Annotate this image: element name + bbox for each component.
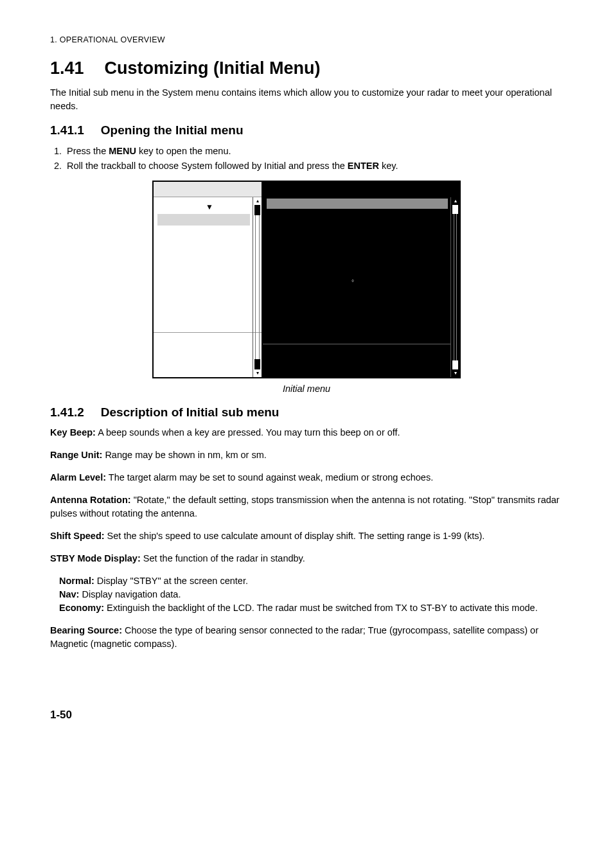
menu-screenshot: ▼ ▴ ▾ [152,181,461,378]
desc-alarm-level: Alarm Level: The target alarm may be set… [50,471,563,484]
key-name-menu: MENU [109,146,136,156]
scroll-thumb [452,205,458,214]
desc-key-beep: Key Beep: A beep sounds when a key are p… [50,426,563,439]
menu-row [268,266,456,277]
section-number: 1.41 [50,58,84,78]
desc-shift-speed: Shift Speed: Set the ship's speed to use… [50,529,563,543]
desc-label: Key Beep: [50,427,96,438]
step-1: Press the MENU key to open the menu. [64,144,563,158]
menu-right-highlight [267,199,448,209]
key-name-enter: ENTER [348,161,379,171]
figure-initial-menu: ▼ ▴ ▾ [50,181,563,378]
menu-right-title [264,182,459,197]
scroll-thumb [452,360,458,369]
step-text: Roll the trackball to choose System foll… [67,161,348,171]
stby-normal: Normal: Display "STBY" at the screen cen… [59,574,563,588]
sub-text: Extinguish the backlight of the LCD. The… [104,603,538,613]
scroll-thumb [254,205,260,215]
desc-label: Antenna Rotation: [50,495,131,505]
desc-range-unit: Range Unit: Range may be shown in nm, km… [50,448,563,462]
stby-sub-options: Normal: Display "STBY" at the screen cen… [59,574,563,615]
scrollbar-right: ▴ ▾ [450,197,459,377]
sub-label: Nav: [59,589,79,599]
scrollbar-left: ▴ ▾ [253,197,262,377]
scroll-up-icon: ▴ [451,197,459,205]
desc-antenna-rotation: Antenna Rotation: "Rotate," the default … [50,493,563,520]
menu-right-pane: ° ▴ ▾ [263,182,459,377]
subsection-title: Description of Initial sub menu [101,405,280,419]
menu-row [268,255,456,266]
step-text: key. [379,161,398,171]
menu-row [268,288,456,299]
menu-left-title-bar [154,182,262,197]
section-heading-1: 1.41Customizing (Initial Menu) [50,58,563,78]
menu-left-lower [154,332,262,377]
steps-list: Press the MENU key to open the menu. Rol… [50,144,563,173]
desc-label: Bearing Source: [50,625,122,635]
menu-row [268,222,456,233]
menu-right-rows: ° [264,211,459,299]
desc-bearing-source: Bearing Source: Choose the type of beari… [50,624,563,651]
desc-label: Shift Speed: [50,531,105,541]
sub-text: Display "STBY" at the screen center. [94,576,248,586]
subsection-heading-2: 1.41.2Description of Initial sub menu [50,405,563,420]
desc-label: Alarm Level: [50,472,106,483]
desc-label: Range Unit: [50,450,102,460]
subsection-number: 1.41.2 [50,405,84,420]
desc-stby-mode: STBY Mode Display: Set the function of t… [50,552,563,565]
menu-left-items: ▼ [154,197,262,332]
down-arrow-icon: ▼ [157,200,262,214]
subsection-heading-1: 1.41.1Opening the Initial menu [50,123,563,137]
desc-label: STBY Mode Display: [50,553,141,563]
sub-text: Display navigation data. [79,589,181,599]
desc-text: Choose the type of bearing sensor connec… [50,625,538,649]
desc-text: The target alarm may be set to sound aga… [106,472,433,483]
desc-text: A beep sounds when a key are pressed. Yo… [96,427,400,438]
desc-text: Set the ship's speed to use calculate am… [105,531,485,541]
menu-row [268,211,456,222]
menu-left-highlight [157,214,250,226]
scroll-track [451,205,459,369]
subsection-number: 1.41.1 [50,123,84,137]
menu-left-pane: ▼ ▴ ▾ [154,182,263,377]
subsection-title: Opening the Initial menu [101,123,244,137]
menu-row [268,244,456,255]
scroll-track [253,205,262,369]
scroll-thumb [254,359,260,369]
step-2: Roll the trackball to choose System foll… [64,159,563,173]
figure-caption: Initial menu [50,384,563,394]
running-header: 1. OPERATIONAL OVERVIEW [50,35,563,44]
scroll-down-icon: ▾ [253,369,262,377]
menu-row: ° [268,277,456,288]
sub-label: Economy: [59,603,104,613]
stby-nav: Nav: Display navigation data. [59,588,563,601]
step-text: Press the [67,146,109,156]
scroll-line [454,214,457,360]
scroll-down-icon: ▾ [451,369,459,377]
desc-text: Set the function of the radar in standby… [141,553,305,563]
step-text: key to open the menu. [136,146,231,156]
scroll-up-icon: ▴ [253,197,262,205]
section-title: Customizing (Initial Menu) [105,58,321,78]
menu-row [268,233,456,244]
desc-text: Range may be shown in nm, km or sm. [102,450,266,460]
menu-right-help [263,344,450,377]
intro-paragraph: The Initial sub menu in the System menu … [50,86,563,113]
scroll-line [255,215,260,369]
stby-economy: Economy: Extinguish the backlight of the… [59,601,563,615]
sub-label: Normal: [59,576,94,586]
page-number: 1-50 [50,709,563,722]
